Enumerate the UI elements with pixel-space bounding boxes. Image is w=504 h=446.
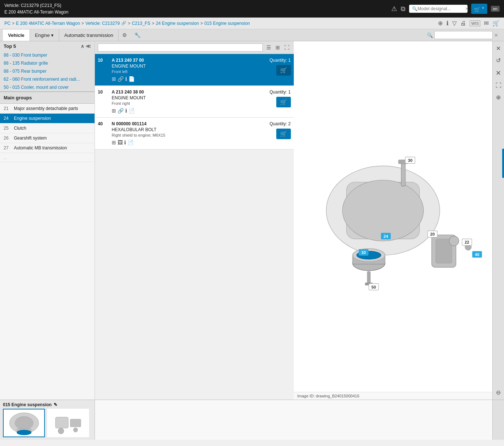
part-code-3: N 000000 001114 [112,121,251,126]
add-to-cart-2[interactable]: 🛒 [276,97,291,107]
group-item-26[interactable]: 26 Gearshift system [0,133,95,143]
sidebar: Top 5 ∧ ≪ 88 - 030 Front bumper 88 - 135… [0,41,95,400]
qty-label-3: Quantity: 2 [269,121,291,126]
top5-item-5[interactable]: 50 - 015 Cooler, mount and cover [0,83,95,91]
group-item-more[interactable]: ... [0,153,95,162]
part-doc-icon-2[interactable]: 📄 [128,108,135,114]
tab-search-icon: 🔍 [427,33,433,38]
qty-label-2: Quantity: 1 [269,89,291,95]
part-table-icon-2[interactable]: ⊞ [112,108,116,114]
breadcrumb-015[interactable]: 015 Engine suspension [204,21,250,26]
print-icon[interactable]: 🖨 [460,20,466,27]
info-icon[interactable]: ℹ [446,20,449,27]
header-right: ⚠ ⧉ 🔍 ✕ 🛒 + en [391,4,500,14]
undo-icon[interactable]: ↺ [493,55,504,66]
tab-icon-wrench[interactable]: 🔧 [131,29,144,41]
breadcrumb-fs[interactable]: C213_FS [132,21,150,26]
tab-search-input[interactable] [434,31,493,39]
language-badge[interactable]: en [491,6,500,12]
part-info-icon-3[interactable]: ℹ [124,140,126,145]
collapse-icon[interactable]: ∧ [81,43,84,49]
tab-search-clear[interactable]: ✕ [494,33,498,38]
model-search-input[interactable] [418,6,465,11]
tab-engine[interactable]: Engine ▾ [30,30,59,41]
filter-icon[interactable]: ▽ [452,20,457,27]
engine-diagram-svg: 10 20 22 24 30 40 [294,41,493,392]
group-item-27[interactable]: 27 Automatic MB transmission [0,143,95,153]
breadcrumb-vehicle-model[interactable]: E 200 4MATIC All-Terrain Wagon [16,21,80,26]
grid-icon[interactable]: ⊞ [274,44,281,51]
close-top5-icon[interactable]: ≪ [86,43,91,49]
add-to-cart-1[interactable]: 🛒 [276,65,291,76]
list-view-icons: ☰ ⊞ ⛶ [265,44,291,51]
svg-text:20: 20 [430,232,434,236]
cart-button[interactable]: 🛒 + [471,4,487,14]
list-icon[interactable]: ☰ [265,44,273,51]
part-info-icon-2[interactable]: ℹ [125,108,127,114]
part-row-2[interactable]: 10 A 213 240 38 00 ENGINE MOUNT Front ri… [95,86,294,118]
part-doc-icon-1[interactable]: 📄 [128,76,135,82]
parts-search-input[interactable] [98,43,263,52]
part-pos-1: 10 [98,58,109,63]
part-desc-3: Right shield to engine; M6X15 [112,133,251,137]
part-code-2: A 213 240 38 00 [112,89,251,95]
part-icons-2: ⊞ 🔗 ℹ 📄 [112,108,251,114]
part-table-icon-3[interactable]: ⊞ [112,140,116,145]
mail-icon[interactable]: ✉ [484,20,489,27]
expand-list-icon[interactable]: ⛶ [283,44,291,51]
top5-item-2[interactable]: 88 - 135 Radiator grille [0,59,95,67]
wis-icon[interactable]: WIS [470,20,480,26]
breadcrumb-engine-suspension[interactable]: 24 Engine suspension [156,21,199,26]
part-table-icon-1[interactable]: ⊞ [112,76,116,82]
tab-automatic-transmission[interactable]: Automatic transmission [59,30,119,41]
top5-item-3[interactable]: 88 - 075 Rear bumper [0,67,95,75]
zoom-in-tool-icon[interactable]: ⊕ [493,92,504,103]
warning-icon[interactable]: ⚠ [391,5,397,13]
tab-vehicle[interactable]: Vehicle [3,30,30,41]
svg-text:24: 24 [384,234,388,239]
zoom-out-tool-icon[interactable]: ⊖ [493,387,504,398]
groups-header: Main groups [0,92,95,104]
svg-rect-9 [401,162,405,186]
thumbnail-2[interactable] [47,409,89,437]
model-search-box[interactable]: 🔍 ✕ [409,5,468,13]
top5-item-1[interactable]: 88 - 030 Front bumper [0,51,95,59]
svg-point-36 [73,428,78,432]
part-doc-icon-3[interactable]: 📄 [127,140,134,145]
copy-icon[interactable]: ⧉ [401,5,405,13]
top5-title: Top 5 [4,43,16,49]
qty-label-1: Quantity: 1 [269,58,291,63]
breadcrumb-vehicle-id[interactable]: Vehicle: C213279 [85,21,120,26]
expand-tool-icon[interactable]: ⛶ [493,80,504,91]
part-link-icon-2[interactable]: 🔗 [118,108,124,114]
close-panel-icon[interactable]: ✕ [493,43,504,54]
part-info-icon-1[interactable]: ℹ [125,76,127,82]
search-clear-icon[interactable]: ✕ [465,6,469,11]
image-panel: 10 20 22 24 30 40 [294,41,493,400]
part-link-icon-1[interactable]: 🔗 [118,76,124,82]
sidebar-top5: Top 5 ∧ ≪ 88 - 030 Front bumper 88 - 135… [0,41,95,92]
part-qty-2: Quantity: 1 🛒 [254,89,291,107]
zoom-icon[interactable]: ⊕ [438,20,443,27]
breadcrumb-pc[interactable]: PC [4,21,11,26]
thumbnail-1[interactable] [3,409,45,437]
thumbnail-panel-header: 015 Engine suspension ✎ [1,401,93,408]
group-item-24[interactable]: 24 Engine suspension [0,114,95,123]
thumbnail-edit-icon[interactable]: ✎ [54,402,57,407]
top5-item-4[interactable]: 62 - 060 Front reinforcement and radi... [0,75,95,83]
part-image-icon-3[interactable]: 🖼 [118,140,123,145]
part-row-1[interactable]: 10 A 213 240 37 00 ENGINE MOUNT Front le… [95,54,294,86]
cart-breadcrumb-icon[interactable]: 🛒 [492,20,500,27]
parts-list: 10 A 213 240 37 00 ENGINE MOUNT Front le… [95,54,294,400]
group-item-25[interactable]: 25 Clutch [0,123,95,133]
add-to-cart-3[interactable]: 🛒 [276,129,291,139]
cross-tool-icon[interactable]: ✕ [493,67,504,79]
image-bottom-empty [294,400,493,440]
part-row-3[interactable]: 40 N 000000 001114 HEXALOBULAR BOLT Righ… [95,118,294,149]
vehicle-line2: E 200 4MATIC All-Terrain Wagon [4,9,68,15]
group-item-21[interactable]: 21 Major assembly detachable parts [0,104,95,114]
link-icon[interactable]: 🔗 [121,21,126,26]
tab-icon-gear[interactable]: ⚙ [119,29,131,41]
part-name-3: HEXALOBULAR BOLT [112,127,251,132]
svg-text:30: 30 [408,158,412,163]
